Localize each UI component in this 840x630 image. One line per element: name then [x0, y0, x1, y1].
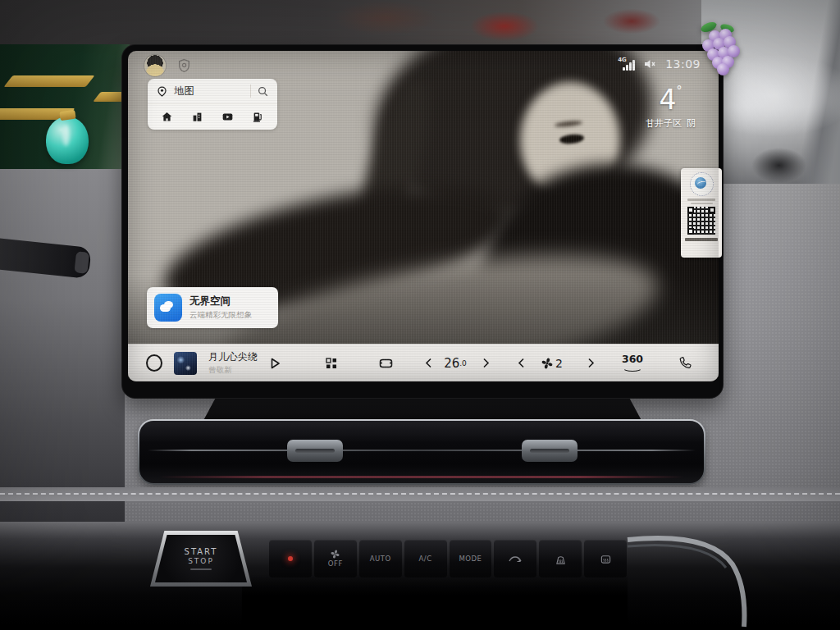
map-widget[interactable]: 地图: [148, 79, 277, 130]
surround-view-button[interactable]: 360: [619, 345, 646, 381]
sticker-text-line: [691, 203, 713, 204]
dashboard-left-panel: [0, 168, 125, 541]
album-art-image: [174, 352, 197, 375]
home-button[interactable]: [146, 345, 162, 381]
phone-button[interactable]: [674, 345, 694, 381]
cloud-space-widget[interactable]: 无界空间 云端精彩无限想象: [147, 287, 278, 328]
fan-icon: [331, 550, 340, 559]
sticker-caption: [685, 238, 718, 241]
climate-button-row: OFF AUTO A/C MODE: [269, 540, 627, 578]
air-vent-strip: [138, 419, 705, 485]
clock: 13:09: [665, 57, 701, 71]
temp-frac: .0: [459, 359, 467, 368]
surround-label: 360: [622, 354, 643, 365]
cloud-widget-title: 无界空间: [189, 294, 252, 308]
auto-button[interactable]: AUTO: [359, 540, 402, 578]
app-grid-icon: [326, 358, 337, 369]
apps-button[interactable]: [323, 345, 340, 381]
weather-condition: 阴: [687, 117, 696, 130]
ac-button[interactable]: A/C: [404, 540, 447, 578]
degree-symbol: °: [677, 84, 682, 97]
user-avatar[interactable]: [144, 55, 166, 76]
grape-charm: [697, 23, 745, 75]
mat-gold-pattern: [4, 75, 95, 87]
search-icon[interactable]: [257, 85, 269, 98]
vent-adjuster-right[interactable]: [522, 440, 578, 462]
qr-code: [687, 207, 715, 235]
play-icon: [269, 357, 281, 370]
phone-icon: [678, 356, 692, 370]
console-lower-shadow: [242, 574, 628, 630]
map-shortcut-row: [148, 103, 277, 130]
infotainment-screen: 地图: [121, 44, 724, 399]
sticker-logo: [690, 172, 714, 196]
hazard-indicator-icon: [288, 556, 293, 561]
volume-muted-icon: [643, 58, 656, 70]
fan-level: 2: [555, 357, 563, 370]
chevron-right-icon: [587, 358, 595, 368]
temp-int: 26: [444, 356, 459, 371]
sticker-text-line: [687, 199, 715, 201]
mode-label: MODE: [459, 555, 482, 563]
temperature-value: 4: [660, 84, 677, 116]
front-defrost-button[interactable]: [539, 540, 582, 578]
map-title: 地图: [174, 84, 194, 98]
home-ring-icon: [146, 354, 162, 372]
map-divider: [250, 84, 251, 98]
fan-down-button[interactable]: [514, 345, 527, 381]
cloud-widget-subtitle: 云端精彩无限想象: [189, 310, 252, 321]
song-artist: 曾敬新: [208, 365, 232, 376]
front-defrost-icon: [555, 554, 567, 564]
qr-code-sticker: [681, 168, 722, 258]
play-button[interactable]: [266, 345, 284, 381]
rear-defrost-button[interactable]: [584, 540, 627, 578]
status-bar: 4G 13:09: [618, 57, 701, 71]
security-shield-icon[interactable]: [177, 58, 191, 73]
air-vent-opening: [139, 421, 704, 483]
fan-off-button[interactable]: OFF: [314, 540, 357, 578]
chevron-left-icon: [518, 358, 525, 368]
chrome-trim: [619, 522, 840, 630]
song-title: 月儿心尖绕: [208, 350, 258, 364]
map-pin-icon: [156, 85, 168, 98]
start-stop-face: START STOP: [155, 535, 247, 582]
chevron-left-icon: [425, 358, 432, 368]
ac-label: A/C: [419, 555, 432, 563]
map-search-row[interactable]: 地图: [148, 79, 277, 103]
network-type: 4G: [618, 57, 627, 63]
rear-defrost-icon: [600, 554, 612, 564]
vehicle-button[interactable]: [376, 345, 395, 381]
mode-button[interactable]: MODE: [450, 540, 492, 578]
bottom-dock: 月儿心尖绕 曾敬新: [128, 344, 719, 381]
surround-arc-icon: [623, 364, 642, 372]
fuel-station-icon[interactable]: [252, 111, 264, 123]
recirculation-icon: [508, 554, 523, 564]
fan-speed: 2: [534, 345, 570, 381]
chevron-right-icon: [482, 358, 490, 368]
cabin-temperature: 26.0: [438, 345, 472, 381]
start-stop-button[interactable]: START STOP: [150, 531, 252, 587]
hazard-button[interactable]: [269, 540, 312, 578]
cloud-sync-icon: [154, 294, 182, 322]
dash-stitched-seam: [0, 487, 840, 501]
video-icon[interactable]: [221, 111, 234, 123]
fan-up-button[interactable]: [584, 345, 597, 381]
start-stop-divider: [190, 568, 212, 570]
start-label: START: [185, 547, 218, 556]
home-icon[interactable]: [161, 111, 173, 123]
album-art[interactable]: [173, 345, 198, 381]
fan-icon: [541, 358, 553, 369]
temp-up-button[interactable]: [479, 345, 492, 381]
buildings-icon[interactable]: [191, 111, 203, 123]
car-interior-photo: START STOP OFF AUTO A/C MODE: [0, 0, 840, 630]
stop-label: STOP: [188, 557, 214, 565]
temp-down-button[interactable]: [422, 345, 435, 381]
teal-figurine: [46, 116, 89, 164]
vent-adjuster-left[interactable]: [287, 440, 343, 462]
display-area: 地图: [128, 51, 719, 381]
fan-off-label: OFF: [328, 559, 343, 568]
cellular-signal-icon: 4G: [618, 58, 634, 71]
weather-widget[interactable]: 4° 甘井子区 阴: [646, 84, 696, 130]
auto-label: AUTO: [370, 555, 391, 563]
recirculation-button[interactable]: [494, 540, 536, 578]
